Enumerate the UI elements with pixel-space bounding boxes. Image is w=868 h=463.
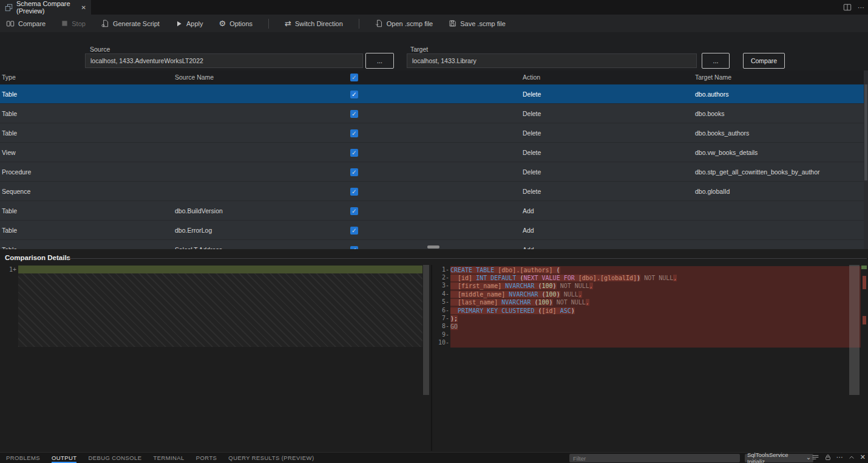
- table-row[interactable]: Table✓Deletedbo.authors: [0, 84, 864, 104]
- toolbar-apply-button[interactable]: Apply: [175, 20, 203, 27]
- diff-line-number: 2-: [432, 274, 449, 281]
- code-token: [450, 291, 458, 298]
- row-include-checkbox[interactable]: ✓: [350, 91, 358, 98]
- code-token: NVARCHAR: [505, 283, 534, 289]
- save-scmp-icon: [449, 19, 456, 27]
- code-token: [id]: [458, 275, 472, 281]
- code-token: [450, 307, 458, 314]
- switch-direction-icon: ⇄: [285, 19, 291, 27]
- diff-removed-line: [last_name] NVARCHAR (100) NOT NULL,: [450, 298, 861, 306]
- output-channel-select[interactable]: SqlToolsService Initializ ⌄: [745, 454, 813, 462]
- code-token: 100: [546, 291, 557, 298]
- row-action: Delete: [523, 168, 541, 176]
- details-divider: [68, 258, 867, 259]
- tab-schema-compare[interactable]: Schema Compare (Preview) ✕: [0, 0, 91, 15]
- row-include-checkbox[interactable]: ✓: [350, 227, 358, 235]
- source-browse-button[interactable]: ...: [365, 53, 394, 69]
- row-type: Table: [2, 207, 17, 214]
- diff-removed-line: [450, 339, 861, 347]
- more-actions-icon[interactable]: ⋯: [858, 4, 864, 12]
- source-input[interactable]: [85, 53, 363, 68]
- column-header-type[interactable]: Type: [2, 74, 16, 81]
- column-header-source-name[interactable]: Source Name: [175, 74, 214, 81]
- panel-tab-output[interactable]: OUTPUT: [52, 453, 76, 463]
- code-token: NOT NULL: [557, 283, 589, 289]
- table-row[interactable]: Sequence✓Deletedbo.globalId: [0, 182, 864, 201]
- panel-tab-problems[interactable]: PROBLEMS: [6, 453, 40, 463]
- tab-close-icon[interactable]: ✕: [81, 4, 86, 11]
- toolbar-switch-direction-button[interactable]: ⇄Switch Direction: [285, 19, 343, 27]
- row-type: View: [2, 149, 16, 156]
- compare-button[interactable]: Compare: [743, 53, 785, 69]
- code-token: NOT NULL: [553, 299, 586, 306]
- table-row[interactable]: Tabledbo.BuildVersion✓Add: [0, 201, 864, 221]
- code-token: GO: [450, 323, 458, 330]
- panel-tab-debug-console[interactable]: DEBUG CONSOLE: [88, 453, 141, 463]
- code-token: );: [450, 315, 458, 322]
- diff-left-scrollbar[interactable]: [423, 265, 429, 395]
- column-header-action[interactable]: Action: [523, 74, 540, 81]
- column-header-target-name[interactable]: Target Name: [695, 74, 731, 81]
- split-editor-icon[interactable]: [843, 3, 852, 12]
- code-token: (: [538, 291, 546, 298]
- schema-compare-icon: [5, 4, 13, 12]
- maximize-panel-icon[interactable]: [848, 454, 855, 461]
- chevron-down-icon: ⌄: [806, 454, 811, 461]
- source-label: Source: [90, 46, 110, 53]
- tab-title: Schema Compare (Preview): [16, 0, 76, 15]
- row-include-checkbox[interactable]: ✓: [350, 110, 358, 118]
- row-include-checkbox[interactable]: ✓: [350, 168, 358, 176]
- code-token: [last_name]: [458, 299, 498, 306]
- generate-script-icon: [101, 19, 109, 27]
- panel-tab-ports[interactable]: PORTS: [196, 453, 217, 463]
- table-row[interactable]: View✓Deletedbo.vw_books_details: [0, 143, 864, 162]
- row-target-name: dbo.books_authors: [695, 129, 749, 137]
- code-token: ,: [673, 275, 677, 281]
- code-token: [dbo].[authors]: [498, 267, 552, 273]
- schema-compare-window: Schema Compare (Preview) ✕ ⋯ CompareStop…: [0, 0, 868, 463]
- toolbar-item-label: Options: [229, 20, 253, 27]
- row-action: Delete: [523, 110, 541, 117]
- select-all-checkbox[interactable]: ✓: [350, 74, 358, 81]
- target-input[interactable]: [407, 53, 697, 68]
- close-panel-icon[interactable]: ✕: [860, 453, 866, 461]
- table-row[interactable]: Procedure✓Deletedbo.stp_get_all_cowritte…: [0, 162, 864, 182]
- diff-line-number: 4-: [432, 290, 449, 297]
- toolbar-item-label: Compare: [18, 20, 46, 27]
- toolbar-save-scmp-file-button[interactable]: Save .scmp file: [449, 19, 506, 27]
- panel-tab-terminal[interactable]: TERMINAL: [154, 453, 185, 463]
- toolbar-options-button[interactable]: ⚙Options: [219, 19, 253, 27]
- target-browse-button[interactable]: ...: [702, 53, 730, 69]
- table-row[interactable]: Tabledbo.ErrorLog✓Add: [0, 221, 864, 240]
- toolbar-stop-button[interactable]: Stop: [61, 20, 86, 27]
- lock-scroll-icon[interactable]: [824, 453, 832, 461]
- output-filter-input[interactable]: [569, 454, 740, 462]
- panel-resize-handle[interactable]: [427, 245, 439, 249]
- code-token: [dbo].[globalId]: [578, 275, 637, 281]
- code-token: INT DEFAULT: [476, 275, 516, 281]
- row-include-checkbox[interactable]: ✓: [350, 188, 358, 196]
- diff-right-scrollbar[interactable]: [849, 265, 860, 395]
- code-token: [middle_name]: [458, 291, 505, 298]
- apply-icon: [175, 20, 183, 27]
- row-include-checkbox[interactable]: ✓: [350, 207, 358, 215]
- code-token: [first_name]: [458, 283, 501, 289]
- clear-output-icon[interactable]: [812, 453, 819, 461]
- code-token: (: [516, 275, 523, 281]
- table-row[interactable]: Table✓Deletedbo.books_authors: [0, 123, 864, 143]
- panel-tab-query-results-preview-[interactable]: QUERY RESULTS (PREVIEW): [228, 453, 314, 463]
- toolbar-generate-script-button[interactable]: Generate Script: [101, 19, 160, 27]
- row-include-checkbox[interactable]: ✓: [350, 149, 358, 157]
- more-actions-icon[interactable]: ⋯: [836, 453, 843, 461]
- table-row[interactable]: Table✓Deletedbo.books: [0, 104, 864, 123]
- code-token: NVARCHAR: [501, 299, 531, 306]
- overview-ruler-added-mark: [861, 266, 867, 269]
- grid-scrollbar[interactable]: [864, 70, 868, 249]
- code-token: [id]: [542, 307, 557, 314]
- diff-line-number: 3-: [432, 282, 449, 289]
- row-include-checkbox[interactable]: ✓: [350, 129, 358, 137]
- toolbar-open-scmp-file-button[interactable]: Open .scmp file: [375, 19, 433, 27]
- row-action: Add: [523, 227, 534, 234]
- toolbar-compare-button[interactable]: Compare: [6, 19, 46, 28]
- diff-line-number: 1-: [432, 266, 449, 273]
